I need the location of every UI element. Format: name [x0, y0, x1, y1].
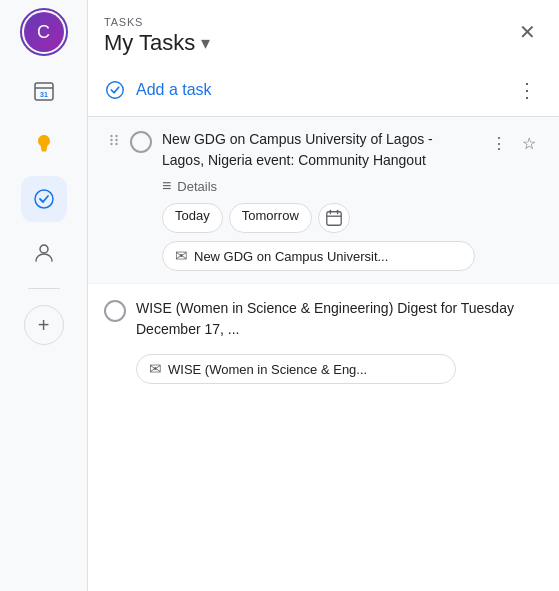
more-icon: ⋮	[517, 78, 537, 102]
task-checkbox-1[interactable]	[130, 131, 152, 153]
sidebar-divider	[28, 288, 60, 289]
main-panel: TASKS My Tasks ▾ ✕ Add a task ⋮	[88, 0, 559, 591]
task-star-button-1[interactable]: ☆	[515, 129, 543, 157]
svg-point-11	[110, 139, 112, 141]
svg-rect-4	[41, 150, 46, 152]
email-text-1: New GDG on Campus Universit...	[194, 249, 388, 264]
svg-point-6	[40, 245, 48, 253]
add-task-label: Add a task	[136, 81, 212, 99]
sidebar-item-tasks[interactable]	[21, 176, 67, 222]
svg-point-12	[115, 139, 117, 141]
task-item: New GDG on Campus University of Lagos - …	[88, 117, 559, 284]
sidebar: C 31 +	[0, 0, 88, 591]
add-task-icon	[104, 79, 126, 101]
task-title-2: WISE (Women in Science & Engineering) Di…	[136, 298, 543, 340]
email-icon: ✉	[175, 247, 188, 265]
drag-handle[interactable]	[104, 131, 124, 147]
task-more-button-1[interactable]: ⋮	[485, 129, 513, 157]
details-text: Details	[177, 179, 217, 194]
email-icon-2: ✉	[149, 360, 162, 378]
sidebar-item-calendar[interactable]: 31	[21, 68, 67, 114]
sidebar-item-ideas[interactable]	[21, 122, 67, 168]
close-icon: ✕	[519, 20, 536, 44]
bulb-icon	[32, 133, 56, 157]
svg-rect-3	[41, 148, 47, 150]
details-icon: ≡	[162, 177, 171, 195]
task-content-1: New GDG on Campus University of Lagos - …	[162, 129, 475, 271]
task-email-chip-1[interactable]: ✉ New GDG on Campus Universit...	[162, 241, 475, 271]
chip-today[interactable]: Today	[162, 203, 223, 233]
svg-text:31: 31	[40, 91, 48, 98]
close-button[interactable]: ✕	[511, 16, 543, 48]
svg-point-14	[115, 143, 117, 145]
task-title-1: New GDG on Campus University of Lagos - …	[162, 129, 475, 171]
calendar-chip-icon	[325, 209, 343, 227]
svg-point-13	[110, 143, 112, 145]
task-item-2: WISE (Women in Science & Engineering) Di…	[88, 286, 559, 396]
chip-tomorrow[interactable]: Tomorrow	[229, 203, 312, 233]
task-details-row: ≡ Details	[162, 177, 475, 195]
panel-more-button[interactable]: ⋮	[511, 74, 543, 106]
task-actions-1: ⋮ ☆	[485, 129, 543, 157]
tasks-label: TASKS	[104, 16, 210, 28]
sidebar-item-contacts[interactable]	[21, 230, 67, 276]
svg-point-10	[115, 135, 117, 137]
add-button[interactable]: +	[24, 305, 64, 345]
svg-point-7	[107, 82, 124, 99]
svg-point-5	[35, 190, 53, 208]
drag-handle-icon	[106, 131, 122, 147]
task-list: New GDG on Campus University of Lagos - …	[88, 117, 559, 591]
task-content-2: WISE (Women in Science & Engineering) Di…	[136, 298, 543, 346]
person-icon	[32, 241, 56, 265]
add-task-button[interactable]: Add a task	[104, 79, 212, 101]
task-date-chips: Today Tomorrow	[162, 203, 475, 233]
task-checkbox-2[interactable]	[104, 300, 126, 322]
panel-title: My Tasks	[104, 30, 195, 56]
panel-header: TASKS My Tasks ▾ ✕	[88, 0, 559, 64]
svg-rect-15	[327, 212, 341, 226]
chip-calendar[interactable]	[318, 203, 350, 233]
dropdown-arrow-icon[interactable]: ▾	[201, 32, 210, 54]
svg-point-9	[110, 135, 112, 137]
task-email-chip-2[interactable]: ✉ WISE (Women in Science & Eng...	[136, 354, 456, 384]
email-text-2: WISE (Women in Science & Eng...	[168, 362, 367, 377]
tasks-icon	[32, 187, 56, 211]
avatar[interactable]: C	[24, 12, 64, 52]
calendar-icon: 31	[32, 79, 56, 103]
add-task-row: Add a task ⋮	[88, 64, 559, 117]
